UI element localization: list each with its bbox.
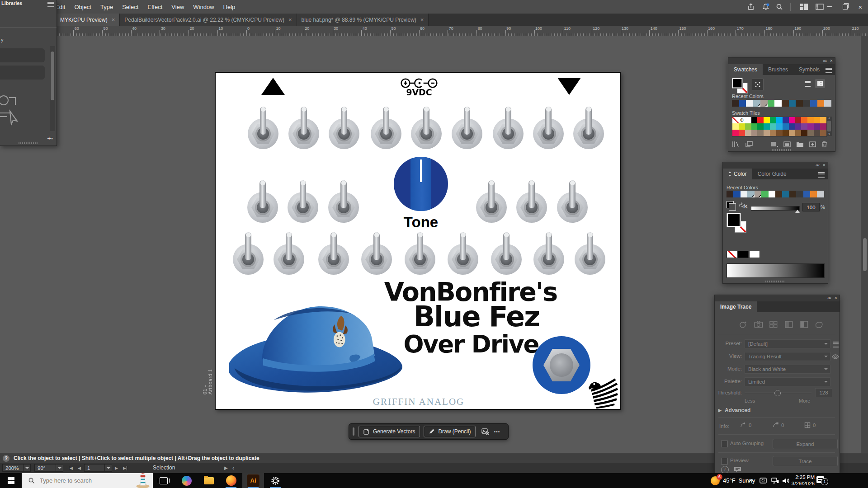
next-artboard-button[interactable]: ▶ xyxy=(115,464,118,472)
copilot-button[interactable] xyxy=(176,473,198,488)
mode-select[interactable]: Black and White xyxy=(745,365,830,374)
recent-color-swatch[interactable] xyxy=(753,100,760,107)
toggle-switch[interactable] xyxy=(533,244,564,275)
swatch-tile[interactable] xyxy=(764,123,770,130)
k-channel-slider[interactable] xyxy=(751,206,800,211)
swatch-tile[interactable] xyxy=(745,117,751,123)
libraries-scrollbar[interactable] xyxy=(50,46,55,131)
fill-black-chip[interactable] xyxy=(732,78,743,89)
menu-window[interactable]: Window xyxy=(189,4,218,10)
recent-color-swatch[interactable] xyxy=(810,191,817,197)
griffin-logo[interactable] xyxy=(588,377,618,410)
grid-view-button[interactable] xyxy=(815,79,825,88)
file-explorer-button[interactable] xyxy=(198,473,220,488)
toggle-switch[interactable] xyxy=(248,118,278,149)
collapse-panel-icon[interactable]: «« xyxy=(823,58,826,63)
view-select[interactable]: Tracing Result xyxy=(745,352,830,361)
swatch-tile[interactable] xyxy=(751,130,758,136)
toggle-switch[interactable] xyxy=(329,118,359,149)
swatch-libraries-icon[interactable] xyxy=(732,141,740,147)
swatch-tile[interactable] xyxy=(732,130,739,136)
swatch-tile[interactable] xyxy=(820,123,826,130)
last-artboard-button[interactable]: ▶ xyxy=(123,464,127,472)
swatch-tile[interactable] xyxy=(739,123,745,130)
toggle-switch[interactable] xyxy=(493,118,524,149)
panel-menu-icon[interactable] xyxy=(47,2,54,7)
libraries-scrollbar-thumb[interactable] xyxy=(51,52,54,100)
menu-help[interactable]: Help xyxy=(219,4,240,10)
rotation-dropdown-icon[interactable] xyxy=(56,465,63,471)
contextual-taskbar[interactable]: Generate Vectors Draw (Pencil) ••• xyxy=(349,423,509,440)
zoom-dropdown-icon[interactable] xyxy=(23,465,30,471)
swatch-tile[interactable] xyxy=(770,117,776,123)
none-color-chip[interactable] xyxy=(726,251,737,258)
swatch-tile[interactable] xyxy=(770,130,776,136)
drag-handle[interactable] xyxy=(353,427,354,436)
photo-icon[interactable] xyxy=(754,320,764,329)
swatches-panel-header[interactable]: «« × xyxy=(728,58,835,64)
notification-center-button[interactable]: 1 xyxy=(816,476,830,486)
panel-resize-grip[interactable] xyxy=(772,149,792,151)
new-swatch-icon[interactable] xyxy=(809,141,816,147)
toggle-switch[interactable] xyxy=(274,244,304,275)
toggle-switch[interactable] xyxy=(516,192,547,223)
artboard-number-select[interactable]: 1 xyxy=(84,464,112,472)
feedback-icon[interactable] xyxy=(734,466,741,473)
swatch-tile[interactable] xyxy=(732,117,739,123)
swatch-tiles-scrollbar[interactable]: ∧ ∨ xyxy=(826,117,832,136)
restore-button[interactable] xyxy=(837,0,853,14)
info-icon[interactable]: i xyxy=(721,466,729,474)
tab-image-trace[interactable]: Image Trace xyxy=(715,301,757,312)
start-button[interactable] xyxy=(0,473,22,488)
firefox-button[interactable] xyxy=(220,473,242,488)
swatch-tile[interactable] xyxy=(807,123,814,130)
recent-color-swatch[interactable] xyxy=(746,100,753,107)
swatch-tile[interactable] xyxy=(764,130,770,136)
swatch-tile[interactable] xyxy=(745,123,751,130)
image-trace-header[interactable]: «« × xyxy=(715,295,840,301)
tray-chevron-icon[interactable] xyxy=(747,473,756,488)
swatch-tile[interactable] xyxy=(814,117,820,123)
toggle-switch[interactable] xyxy=(361,244,392,275)
swatch-tile[interactable] xyxy=(795,130,802,136)
search-icon[interactable] xyxy=(775,2,784,11)
taskbar-search[interactable] xyxy=(22,473,153,488)
collapse-panel-icon[interactable]: «« xyxy=(827,296,830,300)
draw-pencil-button[interactable]: Draw (Pencil) xyxy=(424,426,476,437)
swatch-tile[interactable] xyxy=(789,117,795,123)
swatch-tile[interactable] xyxy=(751,123,758,130)
swatch-themes-icon[interactable] xyxy=(745,141,753,147)
toggle-switch[interactable] xyxy=(247,192,278,223)
recent-color-swatch[interactable] xyxy=(747,191,754,197)
auto-grouping-checkbox[interactable] xyxy=(721,441,728,447)
toggle-switch[interactable] xyxy=(318,244,349,275)
artboard-name-label[interactable]: 01 - Artboard 1 xyxy=(202,366,213,394)
hex-nut-badge[interactable] xyxy=(533,336,590,394)
high-color-icon[interactable] xyxy=(769,320,778,329)
tab-close-icon[interactable]: × xyxy=(288,16,292,23)
swatch-tile[interactable] xyxy=(776,123,783,130)
swatch-tile[interactable] xyxy=(820,117,826,123)
toggle-switch[interactable] xyxy=(452,118,482,149)
black-white-icon[interactable] xyxy=(799,320,809,329)
threshold-handle[interactable] xyxy=(774,390,781,396)
swatch-tile[interactable] xyxy=(801,130,807,136)
new-color-group-icon[interactable] xyxy=(796,141,804,147)
swatch-tile[interactable] xyxy=(807,117,814,123)
scroll-thumb[interactable] xyxy=(827,121,831,131)
vertical-scrollbar-thumb[interactable] xyxy=(863,238,867,271)
zoom-level-select[interactable]: 200% xyxy=(2,464,31,472)
swatch-tile[interactable] xyxy=(820,130,826,136)
tab-close-icon[interactable]: × xyxy=(112,16,115,23)
notifications-bell-icon[interactable] xyxy=(761,2,770,11)
panel-menu-icon[interactable] xyxy=(818,172,825,178)
artboard-dropdown-icon[interactable] xyxy=(104,465,112,471)
swatch-tile[interactable] xyxy=(789,130,795,136)
menu-type[interactable]: Type xyxy=(96,4,118,10)
tab-color[interactable]: Color xyxy=(723,169,752,179)
fill-stroke-indicator[interactable] xyxy=(732,78,747,93)
search-input[interactable] xyxy=(39,477,122,484)
status-menu-arrow[interactable]: ▶ xyxy=(224,464,228,472)
toggle-switch[interactable] xyxy=(476,192,507,223)
help-icon[interactable]: ? xyxy=(3,455,9,462)
